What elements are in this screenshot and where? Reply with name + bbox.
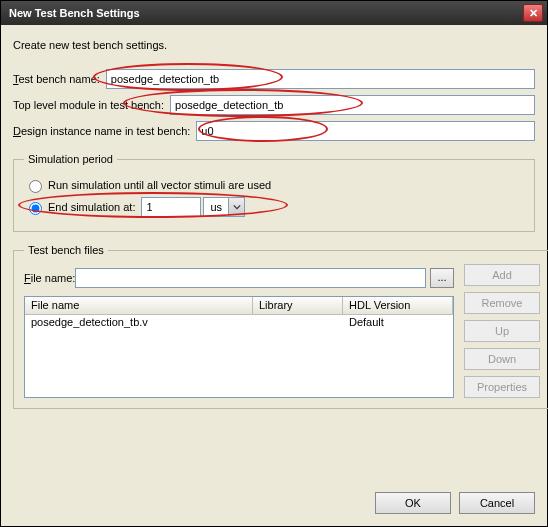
dialog-window: New Test Bench Settings ✕ Create new tes…: [0, 0, 548, 527]
file-buttons: Add Remove Up Down Properties: [464, 264, 540, 398]
toplevel-input[interactable]: [170, 95, 535, 115]
dialog-buttons: OK Cancel: [375, 492, 535, 514]
row-design: Design instance name in test bench:: [13, 121, 535, 141]
cell-library: [253, 315, 343, 332]
radio-run-until[interactable]: Run simulation until all vector stimuli …: [24, 177, 524, 193]
filename-label: File name:: [24, 272, 75, 284]
test-bench-files-group: Test bench files File name: ... File nam…: [13, 244, 548, 409]
files-legend: Test bench files: [24, 244, 108, 256]
filename-input[interactable]: [75, 268, 426, 288]
col-filename[interactable]: File name: [25, 297, 253, 314]
titlebar: New Test Bench Settings ✕: [1, 1, 547, 25]
properties-button[interactable]: Properties: [464, 376, 540, 398]
row-toplevel: Top level module in test bench:: [13, 95, 535, 115]
col-library[interactable]: Library: [253, 297, 343, 314]
remove-button[interactable]: Remove: [464, 292, 540, 314]
cell-hdl: Default: [343, 315, 453, 332]
chevron-down-icon[interactable]: [228, 198, 244, 216]
unit-value: us: [204, 201, 228, 213]
radio-end-label: End simulation at:: [48, 201, 135, 213]
design-label: Design instance name in test bench:: [13, 125, 190, 137]
unit-select[interactable]: us: [203, 197, 245, 217]
table-row[interactable]: posedge_detection_tb.v Default: [25, 315, 453, 332]
radio-end-input[interactable]: [29, 202, 42, 215]
close-icon: ✕: [529, 7, 538, 20]
simulation-legend: Simulation period: [24, 153, 117, 165]
tbname-input[interactable]: [106, 69, 535, 89]
close-button[interactable]: ✕: [523, 4, 543, 22]
row-tbname: Test bench name:: [13, 69, 535, 89]
radio-run-label: Run simulation until all vector stimuli …: [48, 179, 271, 191]
files-table[interactable]: File name Library HDL Version posedge_de…: [24, 296, 454, 398]
cell-filename: posedge_detection_tb.v: [25, 315, 253, 332]
browse-button[interactable]: ...: [430, 268, 454, 288]
up-button[interactable]: Up: [464, 320, 540, 342]
ok-button[interactable]: OK: [375, 492, 451, 514]
table-header: File name Library HDL Version: [25, 297, 453, 315]
col-hdlversion[interactable]: HDL Version: [343, 297, 453, 314]
design-input[interactable]: [196, 121, 535, 141]
intro-text: Create new test bench settings.: [13, 39, 535, 51]
end-time-input[interactable]: [141, 197, 201, 217]
window-title: New Test Bench Settings: [9, 7, 140, 19]
tbname-label: Test bench name:: [13, 73, 100, 85]
filename-row: File name: ...: [24, 268, 454, 288]
toplevel-label: Top level module in test bench:: [13, 99, 164, 111]
add-button[interactable]: Add: [464, 264, 540, 286]
radio-run-input[interactable]: [29, 180, 42, 193]
down-button[interactable]: Down: [464, 348, 540, 370]
radio-end-at[interactable]: End simulation at: us: [24, 197, 524, 217]
cancel-button[interactable]: Cancel: [459, 492, 535, 514]
simulation-period-group: Simulation period Run simulation until a…: [13, 153, 535, 232]
